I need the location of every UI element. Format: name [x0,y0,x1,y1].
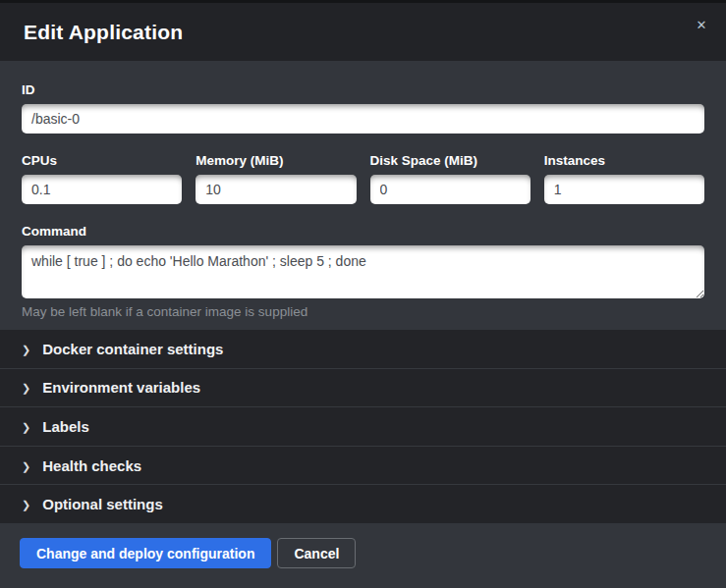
memory-input[interactable] [195,175,356,204]
modal-header: Edit Application ✕ [0,3,726,61]
cpus-label: CPUs [22,153,182,168]
change-and-deploy-button[interactable]: Change and deploy configuration [20,538,271,568]
memory-field-group: Memory (MiB) [195,153,356,204]
cancel-button[interactable]: Cancel [277,538,356,568]
modal-footer: Change and deploy configuration Cancel [0,523,726,588]
disk-input[interactable] [370,175,531,204]
id-label: ID [22,82,704,97]
chevron-right-icon: ❯ [22,499,30,511]
section-health-checks[interactable]: ❯ Health checks [0,446,726,485]
instances-field-group: Instances [544,153,704,204]
id-field-group: ID [22,82,704,134]
section-optional-settings[interactable]: ❯ Optional settings [0,484,726,523]
section-label: Labels [42,418,89,435]
disk-label: Disk Space (MiB) [370,153,531,168]
modal-form: ID CPUs Memory (MiB) Disk Space (MiB) In… [0,61,726,330]
cpus-input[interactable] [22,175,182,204]
section-label: Docker container settings [42,341,223,357]
edit-application-modal: Edit Application ✕ ID CPUs Memory (MiB) … [0,3,726,588]
memory-label: Memory (MiB) [195,153,356,168]
section-environment-variables[interactable]: ❯ Environment variables [0,368,726,407]
section-labels[interactable]: ❯ Labels [0,406,726,446]
chevron-right-icon: ❯ [22,343,30,355]
id-input[interactable] [22,104,704,134]
cpus-field-group: CPUs [22,153,182,204]
close-icon[interactable]: ✕ [691,15,712,36]
command-textarea[interactable]: while [ true ] ; do echo 'Hello Marathon… [22,245,704,298]
resources-row: CPUs Memory (MiB) Disk Space (MiB) Insta… [22,153,704,204]
disk-field-group: Disk Space (MiB) [370,153,531,204]
command-label: Command [22,224,704,239]
section-docker-container-settings[interactable]: ❯ Docker container settings [0,330,726,368]
section-label: Health checks [42,457,141,474]
modal-title: Edit Application [24,21,183,44]
section-label: Optional settings [42,496,163,512]
section-label: Environment variables [42,379,200,396]
chevron-right-icon: ❯ [22,459,30,472]
instances-label: Instances [544,153,704,168]
chevron-right-icon: ❯ [22,420,30,433]
chevron-right-icon: ❯ [22,382,30,395]
command-help-text: May be left blank if a container image i… [22,304,704,319]
command-field-group: Command while [ true ] ; do echo 'Hello … [22,224,704,319]
collapsible-sections: ❯ Docker container settings ❯ Environmen… [0,330,726,523]
instances-input[interactable] [544,175,704,204]
